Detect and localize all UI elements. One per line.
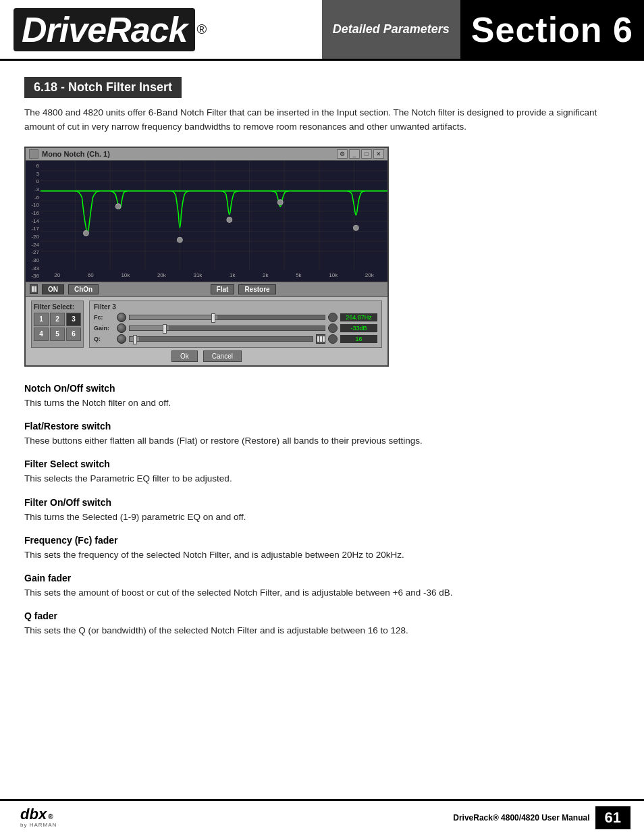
x-label-5k: 5k (296, 272, 301, 278)
on-button[interactable]: ON (42, 284, 64, 294)
section-badge: Section 6 (460, 0, 644, 59)
y-label--16: -16 (26, 210, 41, 216)
page-header: DriveRack® Detailed Parameters Section 6 (0, 0, 644, 61)
filter-btn-5[interactable]: 5 (50, 328, 65, 341)
filter-btn-6[interactable]: 6 (66, 328, 81, 341)
flat-button[interactable]: Flat (211, 284, 235, 294)
footer-right: DriveRack® 4800/4820 User Manual 61 (453, 806, 630, 829)
footer-logo: dbx ® by HARMAN (20, 807, 57, 828)
svg-point-21 (177, 237, 182, 242)
titlebar-maximize-btn[interactable]: □ (361, 149, 372, 159)
sub-text-1: These buttons either flatten all bands (… (24, 434, 620, 448)
graph-y-labels: 6 3 0 -3 -6 -10 -16 -14 -17 -20 -24 -27 … (26, 161, 41, 282)
x-label-2k: 2k (263, 272, 268, 278)
page-footer: dbx ® by HARMAN DriveRack® 4800/4820 Use… (0, 799, 644, 834)
y-label--6: -6 (26, 194, 41, 201)
filter-btn-3[interactable]: 3 (66, 313, 81, 326)
filter-bottom-row: Filter Select: 1 2 3 4 5 6 Filter 3 (31, 301, 382, 348)
ok-button[interactable]: Ok (171, 350, 198, 362)
section-heading: 6.18 - Notch Filter Insert (24, 77, 182, 98)
x-label-10k: 10k (329, 272, 338, 278)
cancel-button[interactable]: Cancel (203, 350, 242, 362)
q-toggle-group[interactable] (316, 334, 325, 344)
logo-container: DriveRack® (0, 0, 220, 59)
x-label-20k: 20k (365, 272, 374, 278)
footer-manual-text: DriveRack® 4800/4820 User Manual (453, 813, 589, 823)
fc-knob[interactable] (117, 313, 126, 322)
sub-text-6: This sets the Q (or bandwidth) of the se… (24, 624, 620, 637)
titlebar-settings-btn[interactable]: ⚙ (337, 149, 348, 159)
graph-x-labels: 20 60 10k 20k 31k 1k 2k 5k 10k 20k (41, 269, 387, 282)
filter-select-box: Filter Select: 1 2 3 4 5 6 (31, 301, 84, 348)
fc-value: 264.87Hz (340, 313, 377, 321)
sub-text-0: This turns the Notch filter on and off. (24, 396, 620, 410)
x-label-60: 60 (88, 272, 94, 278)
q-value: 16 (340, 335, 377, 343)
q-label: Q: (94, 336, 114, 342)
q-toggle[interactable] (328, 334, 338, 344)
sub-heading-6: Q fader (24, 610, 620, 621)
y-label--33: -33 (26, 265, 41, 271)
sub-heading-0: Notch On/Off switch (24, 383, 620, 394)
filter-ok-cancel: Ok Cancel (31, 350, 382, 362)
gain-knob[interactable] (117, 323, 126, 333)
gain-label: Gain: (94, 325, 114, 332)
sub-text-3: This turns the Selected (1-9) parametric… (24, 511, 620, 524)
sub-heading-5: Gain fader (24, 573, 620, 583)
filter-btn-2[interactable]: 2 (50, 313, 65, 326)
intro-text: The 4800 and 4820 units offer 6-Band Not… (24, 106, 620, 134)
harman-text: by HARMAN (20, 822, 57, 828)
footer-page-number: 61 (595, 806, 630, 829)
titlebar-buttons[interactable]: ⚙ _ □ ✕ (337, 149, 384, 159)
titlebar-close-btn[interactable]: ✕ (373, 149, 384, 159)
filter-titlebar: Mono Notch (Ch. 1) ⚙ _ □ ✕ (26, 148, 387, 161)
x-label-100: 10k (121, 272, 130, 278)
filter-params-panel: Filter 3 Fc: 264.87Hz Gain: (89, 301, 382, 348)
filter-graph-area: 6 3 0 -3 -6 -10 -16 -14 -17 -20 -24 -27 … (26, 161, 387, 282)
x-label-1k: 1k (230, 272, 235, 278)
q-slider[interactable] (129, 336, 313, 342)
y-label--24: -24 (26, 242, 41, 248)
ch-on-button[interactable]: ChOn (68, 284, 99, 294)
gain-toggle[interactable] (328, 323, 338, 333)
fc-slider[interactable] (129, 315, 325, 320)
y-label--10: -10 (26, 202, 41, 208)
x-label-20: 20 (54, 272, 60, 278)
svg-point-23 (277, 199, 283, 205)
filter-controls-bar: ON ChOn Flat Restore (26, 282, 387, 297)
subsection-5: Gain fader This sets the amount of boost… (24, 573, 620, 600)
pause-button[interactable] (30, 284, 38, 294)
restore-button[interactable]: Restore (238, 284, 275, 294)
gain-slider[interactable] (129, 325, 325, 331)
filter-btn-4[interactable]: 4 (34, 328, 49, 341)
q-knob[interactable] (117, 334, 126, 344)
y-label--3: -3 (26, 186, 41, 192)
filter-bottom-panel: Filter Select: 1 2 3 4 5 6 Filter 3 (26, 297, 387, 365)
fc-row: Fc: 264.87Hz (94, 313, 377, 322)
filter-ui-screenshot: Mono Notch (Ch. 1) ⚙ _ □ ✕ 6 3 0 -3 -6 -… (24, 147, 389, 367)
y-label-3: 3 (26, 171, 41, 177)
filter-active-label: Filter 3 (94, 303, 377, 311)
y-label--36: -36 (26, 273, 41, 279)
y-label--20: -20 (26, 234, 41, 240)
y-label--30: -30 (26, 257, 41, 263)
pause-bar-2 (34, 286, 36, 292)
fc-toggle[interactable] (328, 313, 338, 322)
y-label-6: 6 (26, 163, 41, 169)
svg-point-20 (115, 203, 121, 209)
q-row: Q: 16 (94, 334, 377, 344)
detailed-params-label: Detailed Parameters (322, 0, 460, 59)
driverack-logo: DriveRack (14, 8, 195, 51)
sub-text-4: This sets the frequency of the selected … (24, 548, 620, 562)
subsection-3: Filter On/Off switch This turns the Sele… (24, 497, 620, 524)
x-label-200: 20k (157, 272, 166, 278)
sub-heading-1: Flat/Restore switch (24, 421, 620, 432)
logo-registered: ® (196, 22, 207, 37)
graph-grid (41, 161, 387, 269)
graph-svg (41, 161, 387, 269)
y-label--27: -27 (26, 249, 41, 255)
filter-btn-1[interactable]: 1 (34, 313, 49, 326)
dbx-registered: ® (48, 813, 53, 820)
titlebar-minimize-btn[interactable]: _ (349, 149, 360, 159)
titlebar-left: Mono Notch (Ch. 1) (29, 149, 110, 159)
